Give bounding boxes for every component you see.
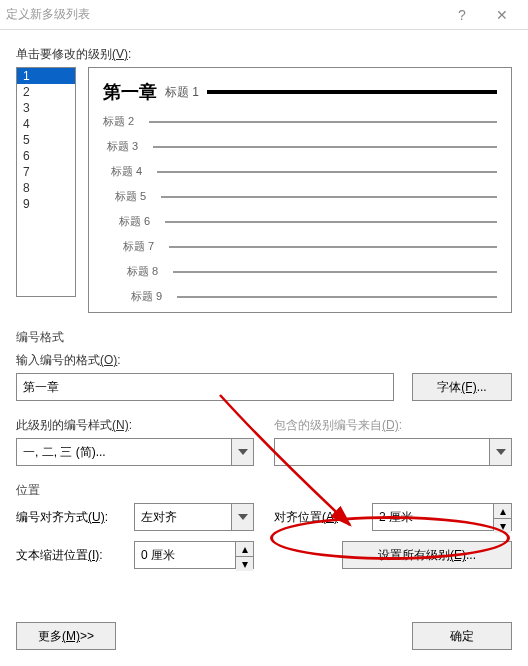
preview-pane: 第一章 标题 1 标题 2标题 3标题 4标题 5标题 6标题 7标题 8标题 …	[88, 67, 512, 313]
click-level-label: 单击要修改的级别(V):	[16, 46, 512, 63]
chevron-down-icon	[231, 504, 253, 530]
spin-up-icon[interactable]: ▴	[494, 504, 511, 519]
align-pos-label: 对齐位置(A):	[274, 509, 364, 526]
include-from-label: 包含的级别编号来自(D):	[274, 417, 512, 434]
preview-rule	[207, 90, 497, 94]
level-item[interactable]: 9	[17, 196, 75, 212]
align-mode-label: 编号对齐方式(U):	[16, 509, 126, 526]
level-item[interactable]: 2	[17, 84, 75, 100]
format-input[interactable]	[16, 373, 394, 401]
indent-pos-label: 文本缩进位置(I):	[16, 547, 126, 564]
align-pos-spinner[interactable]: 2 厘米 ▴▾	[372, 503, 512, 531]
preview-row: 标题 7	[103, 239, 497, 254]
position-section: 位置	[16, 482, 512, 499]
preview-row: 标题 4	[103, 164, 497, 179]
preview-row: 标题 8	[103, 264, 497, 279]
preview-row: 标题 2	[103, 114, 497, 129]
more-button[interactable]: 更多(M) >>	[16, 622, 116, 650]
ok-button[interactable]: 确定	[412, 622, 512, 650]
level-listbox[interactable]: 123456789	[16, 67, 76, 297]
level-item[interactable]: 5	[17, 132, 75, 148]
preview-row: 标题 6	[103, 214, 497, 229]
level-item[interactable]: 7	[17, 164, 75, 180]
preview-chapter-sub: 标题 1	[165, 84, 199, 101]
style-label: 此级别的编号样式(N):	[16, 417, 254, 434]
preview-row: 标题 3	[103, 139, 497, 154]
close-button[interactable]: ✕	[482, 7, 522, 23]
preview-row: 标题 9	[103, 289, 497, 304]
include-from-combo[interactable]	[274, 438, 512, 466]
level-item[interactable]: 6	[17, 148, 75, 164]
font-button[interactable]: 字体(F)...	[412, 373, 512, 401]
level-item[interactable]: 3	[17, 100, 75, 116]
window-title: 定义新多级列表	[6, 6, 442, 23]
set-all-levels-button[interactable]: 设置所有级别(E)...	[342, 541, 512, 569]
titlebar: 定义新多级列表 ? ✕	[0, 0, 528, 30]
preview-row: 标题 5	[103, 189, 497, 204]
style-combo[interactable]: 一, 二, 三 (简)...	[16, 438, 254, 466]
chevron-down-icon	[231, 439, 253, 465]
spin-down-icon[interactable]: ▾	[494, 519, 511, 533]
chevron-down-icon	[489, 439, 511, 465]
align-mode-combo[interactable]: 左对齐	[134, 503, 254, 531]
spin-down-icon[interactable]: ▾	[236, 557, 253, 571]
help-button[interactable]: ?	[442, 7, 482, 23]
spin-up-icon[interactable]: ▴	[236, 542, 253, 557]
preview-chapter: 第一章	[103, 80, 157, 104]
enter-format-label: 输入编号的格式(O):	[16, 352, 512, 369]
level-item[interactable]: 1	[17, 68, 75, 84]
level-item[interactable]: 4	[17, 116, 75, 132]
level-item[interactable]: 8	[17, 180, 75, 196]
indent-pos-spinner[interactable]: 0 厘米 ▴▾	[134, 541, 254, 569]
number-format-section: 编号格式	[16, 329, 512, 346]
